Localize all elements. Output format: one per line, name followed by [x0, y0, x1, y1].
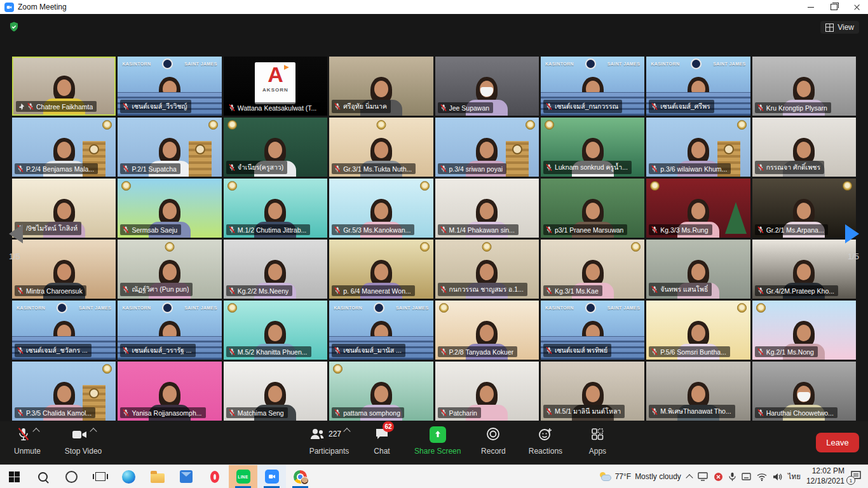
apps-button[interactable]: Apps [578, 426, 617, 456]
participant-tile[interactable]: Gr.4/2M.Prateep Kho... [752, 240, 856, 299]
cortana-button[interactable] [57, 465, 86, 488]
participant-tile[interactable]: p.3/4 sriwan poyai [435, 118, 539, 177]
participant-tile[interactable]: Kg.3/3 Ms.Rung [646, 179, 750, 238]
participant-name: Gr.4/2M.Prateep Kho... [766, 287, 834, 295]
participant-tile[interactable]: ณัฏฐ์วิศา (Pun pun) [118, 240, 221, 299]
task-view-button[interactable] [86, 465, 114, 488]
chat-button[interactable]: 62 Chat [362, 426, 402, 456]
participant-tile[interactable]: M.1/2 Chutima Jittrab... [224, 179, 327, 238]
participant-tile[interactable]: KASINTORNSAINT JAMESเซนต์เจมส์_กนกวรรณ [541, 57, 644, 116]
file-explorer-button[interactable] [143, 465, 172, 488]
participant-tile[interactable]: Jee Supawan [435, 57, 539, 116]
participant-tile[interactable]: P.2/4 Benjamas Mala... [12, 118, 116, 177]
participant-tile[interactable]: กรรณจา ศักดิ์เพชร [752, 118, 856, 177]
participant-tile[interactable]: Kru Krongtip Plysarn [752, 57, 856, 116]
participant-tile[interactable]: กนกวรรณ ชาญสมร อ.1... [435, 240, 539, 299]
unmute-button[interactable]: Unmute [8, 426, 47, 456]
gallery-next-page[interactable]: 1/5 [845, 224, 859, 261]
taskbar-clock[interactable]: 12:02 PM 12/18/2021 [806, 466, 844, 486]
reactions-button[interactable]: Reactions [526, 426, 565, 456]
participant-tile[interactable]: Gr.2/1 Ms.Arpana... [752, 179, 856, 238]
chrome-button[interactable] [286, 465, 315, 488]
participant-tile[interactable]: P.2/8 Tanyada Kokuer [435, 301, 539, 360]
stop-video-button[interactable]: Stop Video [64, 426, 103, 456]
view-button[interactable]: View [820, 21, 859, 34]
participants-button[interactable]: 227 Participants [309, 426, 349, 456]
participant-tile[interactable]: Mintra Charoensuk [12, 240, 116, 299]
participant-tile[interactable]: p. 6/4 Maneerat Won... [329, 240, 433, 299]
participant-tile[interactable]: Chatree Faikhamta [12, 57, 116, 116]
participant-tile[interactable]: M.5/2 Khanitta Phuen... [224, 301, 327, 360]
participant-tile[interactable]: Kg.2/1 Ms.Nong [752, 301, 856, 360]
opera-button[interactable] [200, 465, 229, 488]
participant-tile[interactable]: Kg.2/2 Ms.Neeny [224, 240, 327, 299]
participant-tile[interactable]: KASINTORNSAINT JAMESเซนต์เจมส์_วีรวิชญ์ [118, 57, 221, 116]
blocked-status-icon[interactable] [714, 472, 723, 482]
taskbar-weather[interactable]: 77°F Mostly cloudy [600, 472, 681, 481]
security-shield-icon[interactable] [8, 21, 20, 32]
video-options-chevron[interactable] [90, 428, 97, 435]
edge-button[interactable] [114, 465, 143, 488]
next-page-arrow-icon[interactable] [845, 224, 859, 243]
participant-tile[interactable]: Patcharin [435, 362, 539, 421]
participant-name-bar: P.5/6 Somsri Buntha... [649, 346, 730, 357]
action-center-button[interactable]: 1 [850, 471, 863, 482]
share-screen-button[interactable]: Share Screen [414, 426, 461, 456]
tray-overflow-chevron[interactable] [686, 474, 693, 481]
cast-display-icon[interactable] [698, 472, 708, 481]
language-indicator[interactable]: ไทย [788, 471, 801, 482]
participant-tile[interactable]: KASINTORNSAINT JAMESเซนต์เจมส์_วรารัฐ ..… [118, 301, 221, 360]
participant-tile[interactable]: p.3/6 wilaiwan Khum... [646, 118, 750, 177]
participant-tile[interactable]: P.5/6 Somsri Buntha... [646, 301, 750, 360]
audio-options-chevron[interactable] [32, 428, 39, 435]
participant-tile[interactable]: M.1/4 Phakawan sin... [435, 179, 539, 238]
school-crest-icon [482, 242, 492, 252]
taskbar-search-button[interactable] [29, 465, 57, 488]
participant-tile[interactable]: KASINTORNSAINT JAMESเซนต์เจมส์_ศรีพร [646, 57, 750, 116]
participant-tile[interactable]: /9ชไมรัตน์ โกสิงห์ [12, 179, 116, 238]
line-app-button[interactable]: LINE [229, 465, 257, 488]
volume-icon[interactable] [773, 473, 782, 481]
participant-tile[interactable]: Yanisa Rojjanasomph... [118, 362, 221, 421]
participant-tile[interactable]: P.2/1 Supatcha [118, 118, 221, 177]
participant-tile[interactable]: Gr.5/3 Ms.Kanokwan... [329, 179, 433, 238]
zoom-app-button[interactable] [257, 465, 286, 488]
close-button[interactable] [845, 0, 868, 14]
participant-tile[interactable]: P.3/5 Chalida Kamol... [12, 362, 116, 421]
record-button[interactable]: Record [473, 426, 513, 456]
prev-page-arrow-icon[interactable] [9, 224, 23, 243]
gallery-prev-page[interactable]: 1/5 [9, 224, 23, 261]
touch-keyboard-icon[interactable] [742, 472, 751, 481]
participant-tile[interactable]: Luknam sonkrud ครูน้ำ... [541, 118, 644, 177]
participant-name: Mintra Charoensuk [26, 287, 83, 295]
participant-tile[interactable]: pattama somphong [329, 362, 433, 421]
participant-tile[interactable]: Kg.3/1 Ms.Kae [541, 240, 644, 299]
participants-options-chevron[interactable] [343, 428, 350, 435]
participant-name: ณัฏฐ์วิศา (Pun pun) [132, 284, 189, 295]
participant-tile[interactable]: Sermsab Saeju [118, 179, 221, 238]
participant-tile[interactable]: AAKSORNWattana Keatsakulwat (T... [224, 57, 327, 116]
participant-tile[interactable]: M.พิเศษThanawat Tho... [646, 362, 750, 421]
tray-mic-icon[interactable] [729, 472, 736, 482]
participant-tile[interactable]: KASINTORNSAINT JAMESเซนต์เจมส์_มานัส ... [329, 301, 433, 360]
profile-avatar [301, 477, 309, 485]
minimize-button[interactable] [799, 0, 822, 14]
start-button[interactable] [0, 465, 29, 488]
participant-tile[interactable]: Haruthai Choowetwo... [752, 362, 856, 421]
participant-tile[interactable]: ศรีอุทัย นิ่มนาค [329, 57, 433, 116]
participant-tile[interactable]: M.5/1 มาลินี มนต์โหลา [541, 362, 644, 421]
muted-mic-icon [17, 346, 24, 355]
participant-tile[interactable]: Gr.3/1 Ms.Tukta Nuth... [329, 118, 433, 177]
participant-tile[interactable]: p3/1 Pranee Marsuwan [541, 179, 644, 238]
leave-button[interactable]: Leave [816, 433, 859, 452]
maximize-button[interactable] [822, 0, 845, 14]
participant-tile[interactable]: Matchima Seng [224, 362, 327, 421]
participant-tile[interactable]: จำเนียร(ครูสาว) [224, 118, 327, 177]
school-banner: KASINTORNSAINT JAMES [646, 58, 750, 69]
participant-tile[interactable]: KASINTORNSAINT JAMESเซนต์เจมส์_ชวัลกร ..… [12, 301, 116, 360]
mail-button[interactable] [172, 465, 200, 488]
school-crest-icon [420, 181, 430, 191]
wifi-icon[interactable] [757, 473, 767, 481]
participant-tile[interactable]: จันทพร แสนโพธิ์ [646, 240, 750, 299]
participant-tile[interactable]: KASINTORNSAINT JAMESเซนต์เจมส์ พรทิพย์ [541, 301, 644, 360]
